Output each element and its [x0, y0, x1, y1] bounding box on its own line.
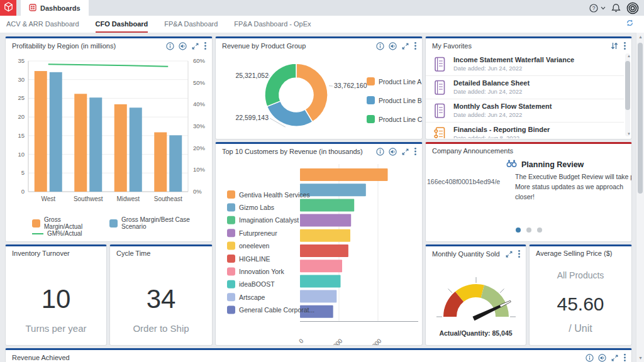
carousel-dot-0[interactable] [516, 228, 521, 233]
tab-dashboards-label: Dashboards [40, 4, 80, 12]
svg-text:20: 20 [18, 113, 25, 120]
panel-profitability-actions [166, 41, 207, 50]
svg-text:33,762,160: 33,762,160 [334, 82, 367, 89]
kebab-icon[interactable] [414, 147, 417, 156]
expand-icon[interactable] [611, 354, 619, 362]
svg-text:30%: 30% [193, 123, 206, 129]
favorites-item-3[interactable]: Financials - Reporting Binder Date added… [426, 123, 624, 138]
panel-cycle-time-title: Cycle Time [116, 250, 150, 257]
kebab-icon[interactable] [518, 250, 521, 258]
favorites-scrollbar-thumb[interactable] [625, 61, 630, 110]
favorites-item-0[interactable]: Income Statement Waterfall Variance Date… [426, 53, 624, 76]
panel-favorites-actions [610, 41, 626, 50]
carousel-dot-1[interactable] [526, 228, 531, 233]
svg-text:General Cable Corporat...: General Cable Corporat... [239, 306, 314, 314]
svg-text:Southwest: Southwest [74, 195, 103, 202]
svg-text:Product Line C: Product Line C [379, 116, 422, 123]
svg-text:?: ? [592, 5, 596, 11]
nav-tab-0[interactable]: ACV & ARR Dashboard [6, 16, 79, 33]
svg-text:15: 15 [18, 132, 25, 139]
svg-text:40%: 40% [193, 101, 206, 107]
nav-tab-1[interactable]: CFO Dashboard [96, 16, 148, 33]
info-icon[interactable] [586, 354, 594, 362]
panel-revenue-group: Revenue by Product Group 33,762,16022,59… [215, 36, 423, 140]
refresh-icon[interactable] [626, 18, 634, 30]
asp-value: 45.60 [530, 293, 631, 315]
announcement-carousel-dots [426, 228, 631, 233]
panel-asp-title: Average Selling Price ($) [536, 250, 612, 257]
svg-text:5: 5 [21, 169, 25, 176]
expand-icon[interactable] [191, 42, 199, 50]
page-scrollbar[interactable]: ▲ ▼ [636, 33, 644, 362]
legend-item-1[interactable]: Gross Margin/Best Case Scenario [109, 216, 212, 230]
bell-icon[interactable] [611, 3, 621, 13]
page-scroll-up-icon[interactable]: ▲ [638, 35, 643, 39]
panel-top10: Top 10 Customers by Revenue (in thousand… [215, 142, 423, 346]
help-icon[interactable]: ? [589, 4, 598, 13]
svg-text:oneeleven: oneeleven [239, 242, 270, 250]
info-icon[interactable] [166, 42, 174, 50]
expand-icon[interactable] [401, 42, 409, 50]
app-bar-actions: ? [589, 0, 639, 16]
legend-item-0[interactable]: Gross Margin/Actual [32, 216, 98, 230]
kebab-icon[interactable] [623, 41, 626, 50]
tab-dashboards[interactable]: Dashboards [21, 0, 89, 16]
page-scroll-down-icon[interactable]: ▼ [638, 356, 643, 360]
nav-tab-2[interactable]: FP&A Dashboard [164, 16, 218, 33]
kebab-icon[interactable] [204, 41, 207, 50]
audio-icon[interactable] [598, 354, 606, 362]
kebab-icon[interactable] [414, 41, 417, 50]
sort-icon[interactable] [610, 41, 619, 50]
panel-quantity-actions [505, 250, 521, 258]
ledger-icon [433, 57, 446, 75]
favorite-date: Date added: Aug 8, 2022 [453, 134, 519, 138]
info-icon[interactable] [376, 148, 384, 156]
expand-icon[interactable] [505, 250, 513, 258]
chevron-down-icon[interactable] [601, 6, 606, 10]
svg-text:Gentiva Health Services: Gentiva Health Services [239, 191, 310, 199]
svg-text:Imagination Catalyst: Imagination Catalyst [239, 216, 299, 224]
svg-text:20,000: 20,000 [365, 337, 382, 346]
panel-inventory-title: Inventory Turnover [12, 250, 70, 257]
profitability-legend-row2: GM%/Actual [32, 230, 82, 237]
top10-chart: 010,00020,000Gentiva Health ServicesGizm… [216, 158, 423, 346]
legend-item-line[interactable]: GM%/Actual [32, 230, 82, 237]
svg-text:25: 25 [18, 94, 25, 101]
favorite-title: Monthly Cash Flow Statement [453, 102, 552, 110]
panel-cycle-time: Cycle Time 34 Order to Ship [109, 244, 213, 346]
dashboard-grid-icon [29, 4, 36, 13]
kebab-icon[interactable] [623, 353, 626, 362]
favorites-scroll-up-icon[interactable]: ▲ [627, 54, 631, 58]
svg-text:HIGHLINE: HIGHLINE [239, 255, 270, 263]
favorites-item-1[interactable]: Detailed Balance Sheet Date added: Jun 2… [426, 76, 624, 99]
dashboard-nav: ACV & ARR DashboardCFO DashboardFP&A Das… [0, 16, 644, 33]
favorite-date: Date added: Jun 24, 2022 [453, 88, 522, 95]
panel-favorites-title: My Favorites [432, 42, 472, 50]
favorites-scroll-down-icon[interactable]: ▼ [627, 132, 631, 136]
panel-revenue-group-title: Revenue by Product Group [222, 42, 306, 50]
carousel-dot-2[interactable] [537, 228, 542, 233]
binoculars-icon [506, 159, 517, 170]
favorites-item-2[interactable]: Monthly Cash Flow Statement Date added: … [426, 99, 624, 123]
favorites-scrollbar[interactable] [625, 53, 630, 136]
svg-text:30: 30 [18, 76, 25, 83]
app-bar: Dashboards ? [0, 0, 644, 16]
svg-text:Artscape: Artscape [239, 293, 265, 301]
nav-tab-3[interactable]: FP&A Dashboard - OpEx [234, 16, 311, 33]
page-scrollbar-thumb[interactable] [638, 43, 643, 194]
audio-icon[interactable] [389, 148, 397, 156]
svg-text:0: 0 [297, 337, 305, 345]
panel-quantity-gauge: Monthly Quantity Sold Actual/Quantity: 8… [425, 244, 526, 346]
panel-top10-title: Top 10 Customers by Revenue (in thousand… [222, 148, 363, 155]
svg-text:Product Line A: Product Line A [379, 78, 421, 85]
quantity-gauge-chart [429, 261, 523, 332]
account-icon[interactable] [626, 2, 639, 14]
svg-text:ideaBOOST: ideaBOOST [239, 280, 275, 288]
info-icon[interactable] [376, 42, 384, 50]
audio-icon[interactable] [389, 42, 397, 50]
ledger-icon [433, 103, 446, 121]
inventory-value: 10 [6, 284, 106, 314]
app-logo[interactable] [0, 0, 16, 16]
audio-icon[interactable] [179, 42, 187, 50]
expand-icon[interactable] [401, 148, 409, 156]
